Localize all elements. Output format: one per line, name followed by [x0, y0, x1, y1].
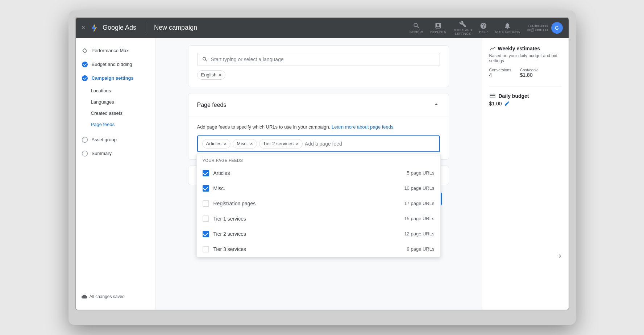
- sidebar-label-campaign: Campaign settings: [92, 75, 134, 81]
- feed-tag-tier2-remove[interactable]: ×: [296, 141, 299, 147]
- feed-item-name-articles: Articles: [213, 170, 403, 176]
- language-tag-english: English ×: [197, 70, 226, 80]
- main-layout: Performance Max Budget and bidding: [76, 38, 569, 310]
- feed-item-count-tier3: 9 page URLs: [407, 246, 435, 252]
- feed-tag-articles-label: Articles: [206, 141, 222, 146]
- checkbox-tier2[interactable]: [203, 231, 209, 237]
- tools-action[interactable]: TOOLS ANDSETTINGS: [453, 20, 472, 35]
- sidebar-sub-item-created-assets[interactable]: Created assets: [76, 108, 155, 119]
- feed-tag-tier2: Tier 2 services ×: [259, 139, 303, 148]
- dropdown-item-articles[interactable]: Articles 5 page URLs: [197, 166, 440, 181]
- estimates-desc: Based on your daily budget and bid setti…: [489, 53, 561, 63]
- checkbox-tier3[interactable]: [203, 246, 209, 252]
- collapse-icon[interactable]: [433, 101, 440, 109]
- sidebar-bottom: All changes saved: [76, 289, 155, 304]
- feed-item-name-tier1: Tier 1 services: [213, 216, 400, 222]
- language-tag-label: English: [201, 72, 217, 78]
- checkbox-misc[interactable]: [203, 185, 209, 192]
- dropdown-item-registration[interactable]: Registration pages 17 page URLs: [197, 196, 440, 211]
- sidebar-sub-label-locations: Locations: [91, 88, 111, 93]
- user-email: xx@xxxx.xxx: [527, 28, 548, 32]
- user-avatar[interactable]: G: [551, 22, 563, 34]
- sidebar-item-budget-bidding[interactable]: Budget and bidding: [76, 58, 155, 71]
- estimates-title-text: Weekly estimates: [498, 46, 540, 51]
- sidebar-label-budget: Budget and bidding: [92, 62, 132, 67]
- sidebar-item-asset-group[interactable]: Asset group: [76, 133, 155, 147]
- feed-item-count-misc: 10 page URLs: [404, 185, 434, 191]
- feed-item-count-articles: 5 page URLs: [407, 170, 435, 176]
- daily-budget-value-row: $1.00: [489, 101, 561, 106]
- help-label: HELP: [479, 30, 488, 34]
- logo-text: Google Ads: [103, 24, 136, 32]
- sidebar-sub-item-page-feeds[interactable]: Page feeds: [76, 119, 155, 130]
- chevron-right-icon[interactable]: ›: [559, 251, 561, 260]
- daily-budget-title: Daily budget: [499, 93, 529, 99]
- dropdown-item-tier1[interactable]: Tier 1 services 15 page URLs: [197, 211, 440, 226]
- weekly-estimates: Weekly estimates Based on your daily bud…: [489, 45, 561, 78]
- svg-point-4: [82, 137, 87, 142]
- dropdown-item-tier2[interactable]: Tier 2 services 12 page URLs: [197, 226, 440, 242]
- sidebar-label-performance-max: Performance Max: [92, 48, 129, 53]
- sidebar-item-summary[interactable]: Summary: [76, 147, 155, 160]
- checkbox-articles[interactable]: [203, 170, 209, 176]
- sidebar-sub-label-languages: Languages: [91, 99, 114, 105]
- feed-tag-misc-remove[interactable]: ×: [250, 141, 253, 147]
- check-circle-icon-campaign: [82, 75, 88, 81]
- panel-divider: [489, 87, 561, 87]
- trend-icon: [489, 45, 496, 52]
- feed-input[interactable]: [305, 141, 435, 147]
- language-search-box[interactable]: [197, 53, 440, 66]
- checkbox-registration[interactable]: [203, 200, 209, 207]
- content-area: English × Page feeds: [155, 38, 482, 310]
- language-tag-remove[interactable]: ×: [219, 72, 221, 78]
- page-feeds-title: Page feeds: [197, 102, 227, 108]
- feed-item-count-tier2: 12 page URLs: [404, 231, 434, 236]
- cloud-icon: [82, 294, 87, 300]
- circle-icon-summary: [82, 150, 88, 157]
- search-icon-language: [202, 56, 208, 63]
- sidebar-sub-item-languages[interactable]: Languages: [76, 96, 155, 108]
- sidebar-item-campaign-settings[interactable]: Campaign settings: [76, 71, 155, 85]
- search-action[interactable]: SEARCH: [410, 22, 423, 34]
- feed-tag-articles-remove[interactable]: ×: [224, 141, 227, 147]
- tools-label: TOOLS ANDSETTINGS: [453, 28, 472, 35]
- close-button[interactable]: ×: [82, 24, 86, 32]
- sidebar-sub-label-created-assets: Created assets: [91, 110, 122, 116]
- dropdown-item-tier3[interactable]: Tier 3 services 9 page URLs: [197, 242, 440, 257]
- sidebar-label-asset-group: Asset group: [92, 137, 117, 142]
- sidebar: Performance Max Budget and bidding: [76, 38, 155, 310]
- top-bar-divider: [145, 23, 145, 33]
- sidebar-sub-label-page-feeds: Page feeds: [91, 122, 115, 127]
- estimates-title: Weekly estimates: [489, 45, 561, 52]
- feed-item-name-registration: Registration pages: [213, 201, 400, 206]
- reports-action[interactable]: REPORTS: [431, 22, 446, 34]
- reports-label: REPORTS: [431, 30, 446, 34]
- user-info[interactable]: xxx-xxx-xxxx xx@xxxx.xxx G: [527, 22, 563, 34]
- conversions-label: Conversions: [489, 68, 511, 72]
- page-feeds-learn-more[interactable]: Learn more about page feeds: [332, 124, 394, 130]
- dropdown-item-misc[interactable]: Misc. 10 page URLs: [197, 181, 440, 196]
- sidebar-sub-item-locations[interactable]: Locations: [76, 85, 155, 96]
- checkbox-tier1[interactable]: [203, 215, 209, 222]
- language-search-input[interactable]: [211, 56, 435, 62]
- page-feeds-body: Add page feeds to specify which URLs to …: [188, 117, 449, 159]
- edit-icon[interactable]: [504, 101, 510, 106]
- feed-item-count-tier1: 15 page URLs: [404, 216, 434, 221]
- feed-input-container[interactable]: Articles × Misc. × Tier 2 services: [197, 135, 440, 152]
- right-panel-footer: ›: [489, 251, 561, 260]
- feed-tag-misc-label: Misc.: [237, 141, 248, 146]
- campaign-title: New campaign: [154, 24, 405, 32]
- feed-item-count-registration: 17 page URLs: [404, 201, 434, 206]
- help-action[interactable]: HELP: [479, 22, 488, 34]
- feed-dropdown: Your page feeds Articles 5 page URLs: [196, 154, 441, 257]
- arrow-icon: [82, 47, 88, 54]
- dropdown-label: Your page feeds: [197, 154, 440, 166]
- svg-point-2: [82, 62, 88, 67]
- feed-item-name-tier2: Tier 2 services: [213, 231, 400, 237]
- notifications-action[interactable]: NOTIFICATIONS: [495, 22, 520, 34]
- feed-tag-tier2-label: Tier 2 services: [263, 141, 294, 146]
- logo-area: Google Ads: [90, 23, 136, 33]
- sidebar-item-performance-max[interactable]: Performance Max: [76, 44, 155, 58]
- daily-budget-section: Daily budget: [489, 93, 561, 99]
- page-feeds-section: Page feeds Add page feeds to specify whi…: [188, 93, 449, 160]
